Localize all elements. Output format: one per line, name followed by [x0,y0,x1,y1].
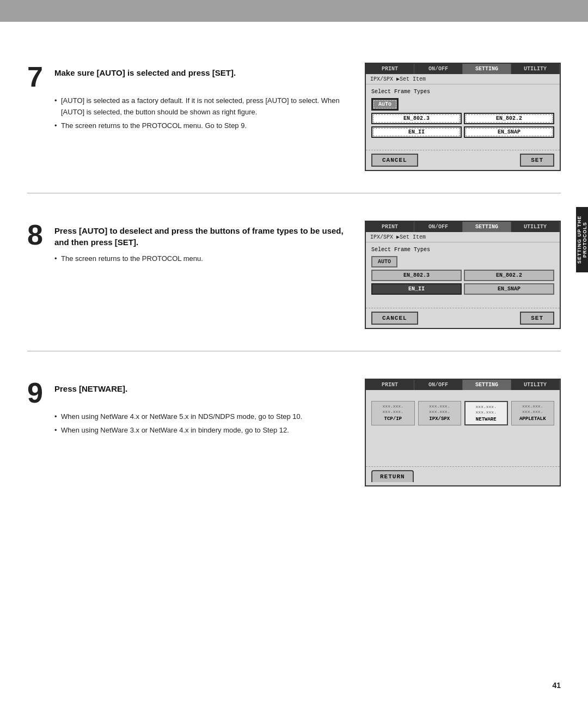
step-8-auto-btn[interactable]: AUTO [371,256,397,267]
step-8-body: The screen returns to the PROTOCOL menu. [54,253,348,265]
step-9-netware-cell[interactable]: xxx.xxx. xxx.xxx. NETWARE [464,401,508,425]
step-9-netware-label: NETWARE [467,417,506,422]
step-9-tab-onoff[interactable]: ON/OFF [414,380,463,390]
step-8-tab-setting[interactable]: SETTING [463,222,511,232]
step-7-auto-btn[interactable]: AuTo [371,98,399,111]
step-7-body: [AUTO] is selected as a factory default.… [54,95,348,131]
step-9-section: 9 Press [NETWARE]. When using NetWare 4.… [27,379,561,486]
step-7-tab-utility[interactable]: UTILITY [511,64,560,74]
step-9-appletalk-addr1: xxx.xxx. [513,404,553,409]
step-8-tab-onoff[interactable]: ON/OFF [414,222,463,232]
step-8-section: 8 Press [AUTO] to deselect and press the… [27,221,561,329]
step-9-screen: PRINT ON/OFF SETTING UTILITY xxx.xxx. xx… [365,379,561,486]
step-9-appletalk-cell[interactable]: xxx.xxx. xxx.xxx. APPLETALK [511,401,555,425]
step-7-tab-bar: PRINT ON/OFF SETTING UTILITY [366,64,560,74]
step-7-tab-setting[interactable]: SETTING [463,64,511,74]
step-9-ipxspx-addr2: xxx.xxx. [420,409,460,415]
step-7-row-label: Select Frame Types [371,89,554,95]
step-7-tab-print[interactable]: PRINT [366,64,414,74]
step-7-btn-grid: EN_802.3 EN_802.2 EN_II EN_SNAP [371,113,554,138]
page: SETTING UP THE PROTOCOLS 7 Make sure [AU… [0,0,588,706]
step-9-tab-print[interactable]: PRINT [366,380,414,390]
step-7-btn-ensnap[interactable]: EN_SNAP [464,126,554,138]
step-8-footer: CANCEL SET [366,308,560,328]
step-7-auto-row: AuTo [371,98,554,111]
side-tab: SETTING UP THE PROTOCOLS [576,207,588,272]
step-7-lcd: PRINT ON/OFF SETTING UTILITY IPX/SPX ▶Se… [365,63,561,171]
step-9-bullet-2: When using NetWare 3.x or NetWare 4.x in… [54,425,348,436]
step-7-breadcrumb: IPX/SPX ▶Set Item [366,74,560,84]
step-8-btn-ensnap[interactable]: EN_SNAP [464,283,554,295]
page-number: 41 [552,681,561,690]
step-9-netware-addr2: xxx.xxx. [467,410,506,415]
step-9-tcpip-label: TCP/IP [373,416,413,422]
step-9-title: Press [NETWARE]. [54,383,127,394]
step-9-appletalk-addr2: xxx.xxx. [513,409,553,415]
step-9-ipxspx-addr1: xxx.xxx. [420,404,460,409]
step-8-number: 8 [27,221,49,249]
step-7-set-btn[interactable]: SET [520,154,554,167]
step-8-tab-bar: PRINT ON/OFF SETTING UTILITY [366,222,560,232]
step-7-bullet-2: The screen returns to the PROTOCOL menu.… [54,120,348,132]
step-8-btn-grid: EN_802.3 EN_802.2 EN_II EN_SNAP [371,270,554,295]
step-9-number: 9 [27,379,49,407]
step-8-btn-enii[interactable]: EN_II [371,283,462,295]
step-8-cancel-btn[interactable]: CANCEL [371,312,418,325]
step-9-lcd: PRINT ON/OFF SETTING UTILITY xxx.xxx. xx… [365,379,561,486]
step-7-number: 7 [27,63,49,91]
step-9-tcpip-addr1: xxx.xxx. [373,404,413,409]
step-9-tab-bar: PRINT ON/OFF SETTING UTILITY [366,380,560,390]
step-9-footer: RETURN [366,466,560,485]
step-8-breadcrumb: IPX/SPX ▶Set Item [366,232,560,242]
step-7-btn-enii[interactable]: EN_II [371,126,462,138]
step-7-footer: CANCEL SET [366,150,560,170]
step-7-header: 7 Make sure [AUTO] is selected and press… [27,63,348,91]
step-9-tab-setting[interactable]: SETTING [463,380,511,390]
step-9-header: 9 Press [NETWARE]. [27,379,348,407]
step-8-tab-print[interactable]: PRINT [366,222,414,232]
step-8-btn-en8022[interactable]: EN_802.2 [464,270,554,281]
step-9-network-grid: xxx.xxx. xxx.xxx. TCP/IP xxx.xxx. xxx.xx… [371,401,554,425]
step-7-title: Make sure [AUTO] is selected and press [… [54,67,236,78]
step-8-row-label: Select Frame Types [371,247,554,253]
step-9-bullet-1: When using NetWare 4.x or NetWare 5.x in… [54,411,348,423]
step-7-left: 7 Make sure [AUTO] is selected and press… [27,63,348,171]
step-9-body: When using NetWare 4.x or NetWare 5.x in… [54,411,348,436]
step-9-netware-addr1: xxx.xxx. [467,404,506,410]
step-7-content: Select Frame Types AuTo EN_802.3 EN_802.… [366,84,560,150]
step-8-bullet-1: The screen returns to the PROTOCOL menu. [54,253,348,265]
divider-1 [27,193,561,193]
top-bar [0,0,588,22]
step-9-content: xxx.xxx. xxx.xxx. TCP/IP xxx.xxx. xxx.xx… [366,390,560,466]
step-8-btn-en8023[interactable]: EN_802.3 [371,270,462,281]
step-7-bullet-1: [AUTO] is selected as a factory default.… [54,95,348,118]
step-9-left: 9 Press [NETWARE]. When using NetWare 4.… [27,379,348,486]
step-8-content: Select Frame Types AUTO EN_802.3 EN_802.… [366,242,560,308]
step-8-auto-row: AUTO [371,256,554,267]
step-9-tcpip-cell[interactable]: xxx.xxx. xxx.xxx. TCP/IP [371,401,415,425]
step-7-section: 7 Make sure [AUTO] is selected and press… [27,63,561,171]
step-9-return-btn[interactable]: RETURN [371,470,414,482]
step-9-ipxspx-label: IPX/SPX [420,416,460,422]
divider-2 [27,351,561,351]
step-7-btn-en8023[interactable]: EN_802.3 [371,113,462,124]
step-8-screen: PRINT ON/OFF SETTING UTILITY IPX/SPX ▶Se… [365,221,561,329]
step-9-tcpip-addr2: xxx.xxx. [373,409,413,415]
step-9-tab-utility[interactable]: UTILITY [511,380,560,390]
step-8-set-btn[interactable]: SET [520,312,554,325]
step-7-tab-onoff[interactable]: ON/OFF [414,64,463,74]
step-8-left: 8 Press [AUTO] to deselect and press the… [27,221,348,329]
step-9-appletalk-label: APPLETALK [513,416,553,422]
step-7-cancel-btn[interactable]: CANCEL [371,154,418,167]
step-7-btn-en8022[interactable]: EN_802.2 [464,113,554,124]
step-7-screen: PRINT ON/OFF SETTING UTILITY IPX/SPX ▶Se… [365,63,561,171]
step-9-ipxspx-cell[interactable]: xxx.xxx. xxx.xxx. IPX/SPX [418,401,462,425]
step-8-tab-utility[interactable]: UTILITY [511,222,560,232]
step-8-header: 8 Press [AUTO] to deselect and press the… [27,221,348,249]
step-8-title: Press [AUTO] to deselect and press the b… [54,225,348,248]
step-8-lcd: PRINT ON/OFF SETTING UTILITY IPX/SPX ▶Se… [365,221,561,329]
